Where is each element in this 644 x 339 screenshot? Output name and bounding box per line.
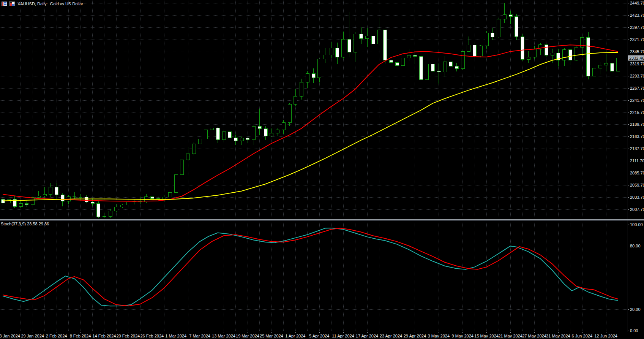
candle <box>497 19 500 37</box>
window-grid-icon[interactable] <box>2 2 7 6</box>
price-tick-label: 2215.70 <box>630 110 644 115</box>
candle <box>431 64 435 71</box>
window-chart-icon[interactable] <box>9 2 15 6</box>
candle <box>407 55 411 58</box>
date-tick-label: 29 Apr 2024 <box>404 334 426 338</box>
candle <box>264 128 267 136</box>
candle <box>443 62 447 72</box>
price-tick-label: 2345.70 <box>630 49 644 54</box>
price-tick-label: 2137.70 <box>630 146 644 151</box>
candle <box>605 63 608 65</box>
candle <box>186 154 190 160</box>
candle <box>342 40 345 57</box>
date-tick-label: 2 Feb 2024 <box>46 334 67 338</box>
candle <box>354 34 357 52</box>
candle <box>61 195 64 201</box>
candle <box>1 200 5 203</box>
candle <box>282 122 285 130</box>
candle <box>515 16 518 36</box>
candle <box>150 197 154 199</box>
candle <box>43 194 46 196</box>
candle <box>97 204 100 217</box>
stoch-tick-label: 20.00 <box>630 307 641 312</box>
price-tick-label: 2007.70 <box>630 207 644 212</box>
candle <box>115 207 118 211</box>
candle <box>31 198 35 204</box>
candle <box>371 36 375 44</box>
candle <box>616 58 620 71</box>
date-tick-label: 31 May 2024 <box>546 334 570 338</box>
candle <box>377 30 381 44</box>
candle <box>192 144 196 154</box>
candle <box>336 48 339 57</box>
current-price-tag: 2332.46 <box>628 55 644 61</box>
date-tick-label: 17 Apr 2024 <box>356 334 378 338</box>
date-tick-label: 7 Mar 2024 <box>189 334 210 338</box>
chart-canvas[interactable]: 2449.702423.702397.702371.702345.702319.… <box>0 0 644 339</box>
candle <box>121 205 124 207</box>
candle <box>103 216 106 217</box>
candle <box>288 104 291 122</box>
candle <box>413 55 417 57</box>
date-tick-label: 20 Feb 2024 <box>116 334 140 338</box>
candle <box>37 196 40 198</box>
candle <box>210 128 214 130</box>
date-tick-label: 25 Mar 2024 <box>260 334 283 338</box>
candle <box>545 44 548 55</box>
candle <box>318 59 321 78</box>
date-tick-label: 6 Jun 2024 <box>572 334 592 338</box>
candle <box>126 202 130 205</box>
date-tick-label: 12 Jun 2024 <box>594 334 617 338</box>
candle <box>563 50 566 60</box>
candle <box>73 197 76 197</box>
candle <box>587 38 590 76</box>
candle <box>598 65 602 68</box>
candle <box>324 55 327 59</box>
candle <box>306 73 309 82</box>
candle <box>168 192 172 197</box>
price-tick-label: 2371.70 <box>630 37 644 42</box>
price-tick-label: 2267.70 <box>630 86 644 90</box>
candle <box>240 138 243 141</box>
chart-title: XAUUSD, Daily: Gold vs US Dollar <box>17 2 83 6</box>
price-tick-label: 2397.70 <box>630 25 644 30</box>
candle <box>384 30 387 60</box>
price-tick-label: 2163.70 <box>630 134 644 139</box>
candle <box>330 48 333 55</box>
candle <box>300 82 303 97</box>
date-tick-label: 15 May 2024 <box>474 334 499 338</box>
date-tick-label: 5 Apr 2024 <box>309 334 329 338</box>
candle <box>455 67 459 69</box>
candle <box>19 204 22 206</box>
stochastic-label: Stoch(37,3,9) 28.58 29.86 <box>1 222 49 227</box>
candle <box>575 47 578 60</box>
candle <box>294 96 297 104</box>
stoch-tick-label: 0.00 <box>630 328 638 333</box>
date-tick-label: 1 Mar 2024 <box>165 334 186 338</box>
candle <box>390 60 393 63</box>
price-tick-label: 2085.70 <box>630 171 644 175</box>
candle <box>174 175 178 193</box>
candle <box>611 63 614 71</box>
candle <box>395 63 399 65</box>
candle <box>401 58 405 66</box>
candle <box>551 53 554 55</box>
candle <box>109 211 112 217</box>
candle <box>79 197 82 198</box>
date-tick-label: 8 Feb 2024 <box>70 334 91 338</box>
candle <box>252 126 256 140</box>
candle <box>228 132 232 138</box>
price-tick-label: 2111.70 <box>630 158 644 163</box>
candle <box>419 57 423 79</box>
candle <box>360 34 363 38</box>
price-tick-label: 2423.70 <box>630 13 644 17</box>
candle <box>347 40 351 52</box>
candle <box>533 49 536 57</box>
candle <box>198 139 202 144</box>
price-tick-label: 2319.70 <box>630 62 644 66</box>
date-tick-label: 1 Apr 2024 <box>285 334 305 338</box>
price-tick-label: 2449.70 <box>630 1 644 5</box>
candle <box>473 45 477 56</box>
candle <box>216 128 219 140</box>
candle <box>49 187 52 194</box>
